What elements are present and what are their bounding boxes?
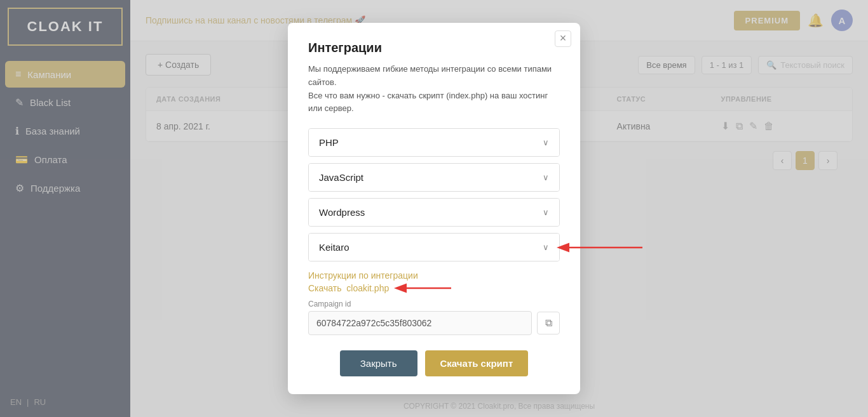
wordpress-chevron-icon: ∨ — [543, 208, 549, 217]
keitaro-accordion[interactable]: Keitaro ∨ — [308, 233, 560, 261]
red-arrow-download — [391, 279, 454, 298]
modal-footer: Закрыть Скачать скрипт — [308, 350, 560, 376]
javascript-chevron-icon: ∨ — [543, 173, 549, 182]
download-link-wrapper: Скачать cloakit.php — [308, 283, 560, 293]
main-content: Подпишись на наш канал с новостями в тел… — [130, 0, 868, 417]
campaign-id-input[interactable] — [308, 311, 532, 335]
keitaro-label: Keitaro — [319, 242, 349, 253]
download-script-button[interactable]: Скачать скрипт — [425, 350, 529, 376]
keitaro-accordion-header[interactable]: Keitaro ∨ — [309, 234, 559, 261]
php-label: PHP — [319, 137, 339, 148]
modal-links: Инструкции по интеграции Скачать cloakit… — [308, 270, 560, 293]
keitaro-accordion-wrapper: Keitaro ∨ — [308, 233, 560, 261]
keitaro-chevron-icon: ∨ — [543, 242, 549, 252]
php-accordion[interactable]: PHP ∨ — [308, 128, 560, 157]
javascript-accordion[interactable]: JavaScript ∨ — [308, 163, 560, 192]
modal-overlay: × Интеграции Мы поддерживаем гибкие мето… — [0, 0, 868, 417]
copy-campaign-id-button[interactable]: ⧉ — [537, 312, 560, 334]
cancel-modal-button[interactable]: Закрыть — [340, 350, 417, 376]
download-file-link[interactable]: Скачать cloakit.php — [308, 283, 389, 293]
php-accordion-header[interactable]: PHP ∨ — [309, 129, 559, 156]
modal-close-button[interactable]: × — [555, 30, 571, 47]
integrations-modal: × Интеграции Мы поддерживаем гибкие мето… — [288, 23, 580, 394]
wordpress-accordion-header[interactable]: Wordpress ∨ — [309, 199, 559, 226]
modal-description: Мы поддерживаем гибкие методы интеграции… — [308, 63, 560, 116]
javascript-accordion-header[interactable]: JavaScript ∨ — [309, 164, 559, 191]
php-chevron-icon: ∨ — [543, 138, 549, 147]
campaign-id-row: ⧉ — [308, 311, 560, 335]
wordpress-accordion[interactable]: Wordpress ∨ — [308, 198, 560, 227]
campaign-id-label: Campaign id — [308, 300, 560, 308]
wordpress-label: Wordpress — [319, 207, 365, 218]
instructions-link[interactable]: Инструкции по интеграции — [308, 270, 560, 281]
javascript-label: JavaScript — [319, 172, 363, 183]
modal-title: Интеграции — [308, 41, 560, 55]
red-arrow-keitaro — [553, 235, 649, 260]
